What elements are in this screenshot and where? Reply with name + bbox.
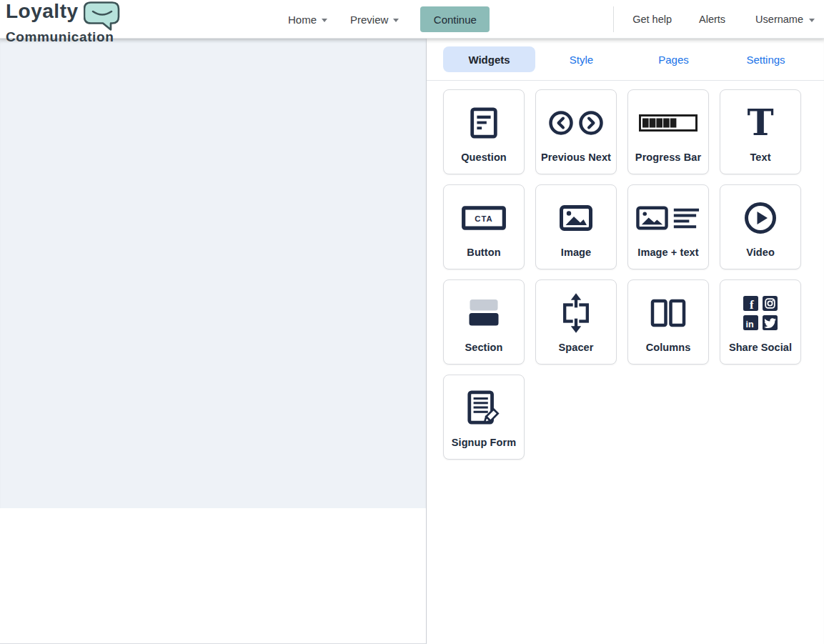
widget-label: Video [746,247,775,258]
spacer-icon [560,284,592,342]
logo[interactable]: Loyalty Communication [6,1,121,44]
widget-label: Columns [646,342,691,353]
main-area: Widgets Style Pages Settings Question [0,39,824,644]
video-play-icon [744,189,777,247]
panel-tabs: Widgets Style Pages Settings [443,46,812,72]
widget-card-spacer[interactable]: Spacer [535,279,617,365]
widget-card-previous-next[interactable]: Previous Next [535,89,617,174]
username-label: Username [755,14,803,25]
svg-text:in: in [746,319,754,330]
widget-card-signup-form[interactable]: Signup Form [443,375,525,460]
widget-card-progress-bar[interactable]: Progress Bar [627,89,709,174]
chevron-down-icon [809,19,815,22]
widget-card-image-text[interactable]: Image + text [627,184,709,269]
progress-bar-icon [639,94,698,152]
alerts-link[interactable]: Alerts [699,14,725,25]
image-text-icon [636,189,700,247]
share-social-icon: f in [743,284,778,342]
page-canvas-dropzone[interactable] [0,39,426,508]
logo-text-line1: Loyalty [6,1,79,22]
chevron-down-icon [393,19,399,22]
top-navbar: Loyalty Communication Home Preview Conti… [0,0,824,39]
widgets-panel: Widgets Style Pages Settings Question [427,39,824,644]
text-icon-glyph: T [747,105,773,141]
widget-card-share-social[interactable]: f in Share Social [720,279,801,365]
nav-menu-preview[interactable]: Preview [350,14,399,26]
widget-card-question[interactable]: Question [443,89,525,174]
widget-label: Section [465,342,502,353]
widget-card-columns[interactable]: Columns [627,279,709,365]
cta-button-icon: CTA [461,189,507,247]
widget-label: Share Social [729,342,792,353]
main-nav: Home Preview Continue [288,0,490,39]
nav-menu-home-label: Home [288,14,317,26]
tab-settings[interactable]: Settings [720,46,812,72]
text-icon: T [747,94,773,152]
widget-label: Previous Next [541,152,611,163]
widget-card-button[interactable]: CTA Button [443,184,525,269]
left-column [0,39,427,644]
chevron-down-icon [322,19,327,22]
instagram-icon [763,296,778,311]
widget-label: Text [750,152,770,163]
username-menu[interactable]: Username [755,14,815,25]
continue-button[interactable]: Continue [420,6,490,32]
widget-label: Question [461,152,507,163]
get-help-link[interactable]: Get help [632,14,672,25]
tabs-divider [427,80,824,81]
nav-right: Get help Alerts Username [613,0,815,39]
columns-icon [650,284,686,342]
widget-label: Spacer [559,342,594,353]
logo-text-line2: Communication [6,30,121,44]
widget-label: Image [561,247,591,258]
widget-card-video[interactable]: Video [720,184,801,269]
nav-divider [613,6,614,32]
cta-icon-text: CTA [475,214,492,223]
svg-text:f: f [750,298,754,312]
section-icon [466,284,502,342]
tab-widgets[interactable]: Widgets [443,46,535,72]
nav-menu-preview-label: Preview [350,14,388,26]
widget-label: Progress Bar [635,152,701,163]
widget-label: Signup Form [452,437,517,448]
widget-label: Button [467,247,500,258]
widget-grid: Question Previous Next [443,89,812,460]
widget-card-image[interactable]: Image [535,184,617,269]
tab-pages[interactable]: Pages [627,46,720,72]
nav-menu-home[interactable]: Home [288,14,327,26]
image-icon [560,189,592,247]
signup-form-icon [465,380,503,437]
widget-card-section[interactable]: Section [443,279,525,365]
tab-style[interactable]: Style [535,46,627,72]
widget-card-text[interactable]: T Text [720,89,801,174]
previous-next-icon [548,94,604,152]
widget-label: Image + text [637,247,698,258]
question-icon [467,94,500,152]
